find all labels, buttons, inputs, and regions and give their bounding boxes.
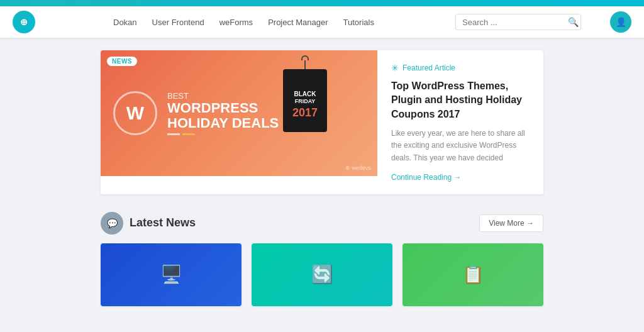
black-friday-tag: BLACK FRIDAY 2017 — [283, 69, 327, 132]
card-1-icon: 🖥️ — [160, 264, 182, 285]
main-nav: Dokan User Frontend weForms Project Mana… — [113, 18, 455, 27]
deco-line-2 — [182, 133, 195, 135]
chat-icon: 💬 — [107, 218, 118, 228]
banner-decoration — [167, 133, 279, 135]
news-card-2-image: 🔄 — [252, 243, 392, 306]
featured-label: ✳ Featured Article — [391, 63, 530, 73]
logo-icon: ⊕ — [20, 17, 28, 27]
header-left: ⊕ — [13, 11, 113, 33]
search-input[interactable] — [462, 18, 568, 27]
wp-logo: W — [113, 91, 157, 135]
news-grid: 🖥️ 🔄 📋 — [101, 243, 543, 306]
banner-title-line1: WORDPRESS — [167, 101, 279, 116]
nav-item-tutorials[interactable]: Tutorials — [343, 18, 374, 27]
news-card-3[interactable]: 📋 — [402, 243, 543, 306]
featured-title[interactable]: Top WordPress Themes, Plugin and Hosting… — [391, 79, 530, 121]
section-icon: 💬 — [101, 212, 123, 235]
logo[interactable]: ⊕ — [13, 11, 35, 33]
continue-reading-link[interactable]: Continue Reading → — [391, 173, 530, 182]
featured-label-text: Featured Article — [402, 64, 455, 72]
avatar-icon: 👤 — [616, 17, 626, 27]
banner-title-line2: HOLIDAY DEALS — [167, 116, 279, 131]
nav-item-project-manager[interactable]: Project Manager — [268, 18, 328, 27]
featured-excerpt: Like every year, we are here to share al… — [391, 128, 530, 164]
deco-line-1 — [167, 133, 180, 135]
section-label: Latest News — [130, 216, 196, 230]
banner-brand: ⊕ wedevs — [345, 165, 371, 171]
bf-label-year: 2017 — [292, 106, 318, 120]
news-badge: NEWS — [107, 57, 137, 66]
tag-string — [304, 60, 306, 69]
view-more-label: View More → — [489, 219, 534, 228]
search-container: 🔍 — [455, 14, 581, 30]
snowflake-icon: ✳ — [391, 63, 399, 73]
user-avatar[interactable]: 👤 — [610, 11, 631, 33]
featured-section: NEWS W BEST WORDPRESS HOLIDAY DEALS BLAC — [101, 50, 543, 194]
nav-item-user-frontend[interactable]: User Frontend — [152, 18, 204, 27]
card-3-icon: 📋 — [462, 264, 484, 285]
top-bar — [0, 0, 644, 6]
header-right: 👤 — [581, 11, 631, 33]
main-content: NEWS W BEST WORDPRESS HOLIDAY DEALS BLAC — [0, 38, 644, 306]
search-icon[interactable]: 🔍 — [568, 17, 579, 27]
nav-item-weforms[interactable]: weForms — [219, 18, 253, 27]
banner-content: W BEST WORDPRESS HOLIDAY DEALS — [113, 91, 365, 135]
news-card-3-image: 📋 — [402, 243, 543, 306]
card-2-icon: 🔄 — [311, 264, 333, 285]
news-card-1-image: 🖥️ — [101, 243, 242, 306]
section-header: 💬 Latest News View More → — [101, 212, 543, 235]
featured-article: ✳ Featured Article Top WordPress Themes,… — [377, 50, 543, 194]
banner-text: BEST WORDPRESS HOLIDAY DEALS — [167, 91, 279, 135]
header: ⊕ Dokan User Frontend weForms Project Ma… — [0, 6, 644, 38]
tag-hook — [301, 55, 309, 60]
nav-item-dokan[interactable]: Dokan — [113, 18, 137, 27]
view-more-button[interactable]: View More → — [479, 214, 543, 232]
featured-banner: NEWS W BEST WORDPRESS HOLIDAY DEALS BLAC — [101, 50, 377, 176]
news-card-1[interactable]: 🖥️ — [101, 243, 242, 306]
banner-pre-text: BEST — [167, 91, 279, 101]
bf-label-friday: FRIDAY — [295, 98, 316, 106]
section-title: 💬 Latest News — [101, 212, 196, 235]
bf-label-black: BLACK — [294, 90, 316, 98]
news-card-2[interactable]: 🔄 — [252, 243, 392, 306]
